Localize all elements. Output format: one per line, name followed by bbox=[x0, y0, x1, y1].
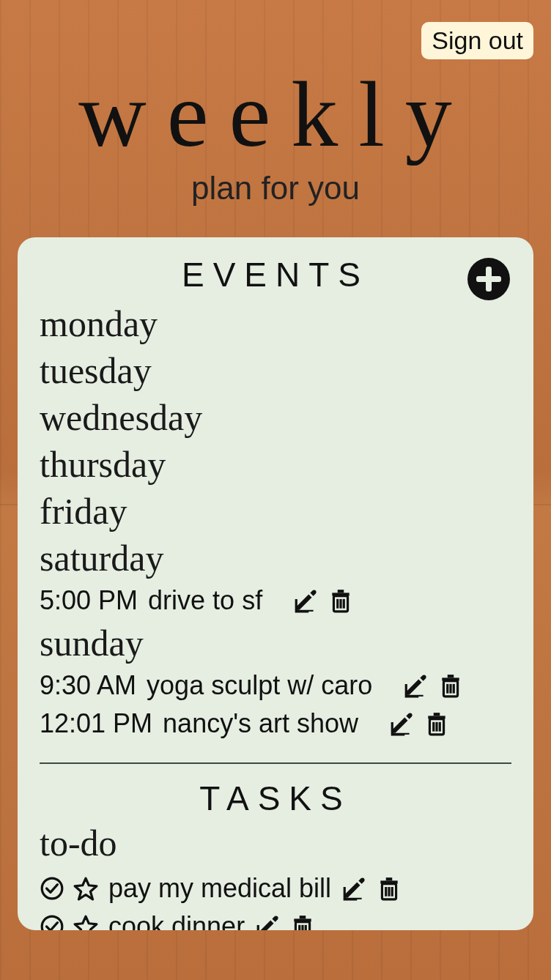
complete-task-button[interactable] bbox=[40, 876, 64, 901]
app-header: weekly plan for you bbox=[0, 67, 551, 207]
check-circle-icon bbox=[40, 914, 64, 930]
add-event-button[interactable] bbox=[467, 258, 510, 300]
edit-icon bbox=[403, 673, 428, 698]
event-time: 12:01 PM bbox=[40, 705, 152, 743]
event-row: 9:30 AM yoga sculpt w/ caro bbox=[40, 667, 511, 705]
edit-icon bbox=[341, 876, 366, 901]
content-card: EVENTS monday tuesday wednesday thursday… bbox=[18, 237, 533, 930]
event-time: 5:00 PM bbox=[40, 582, 138, 620]
task-text: pay my medical bill bbox=[108, 869, 331, 907]
day-tuesday: tuesday bbox=[40, 347, 511, 394]
delete-task-button[interactable] bbox=[290, 914, 315, 930]
check-circle-icon bbox=[40, 876, 64, 901]
delete-event-button[interactable] bbox=[424, 711, 449, 736]
edit-event-button[interactable] bbox=[389, 711, 414, 736]
day-wednesday: wednesday bbox=[40, 394, 511, 441]
trash-icon bbox=[438, 673, 463, 698]
edit-task-button[interactable] bbox=[341, 876, 366, 901]
event-row: 12:01 PM nancy's art show bbox=[40, 705, 511, 743]
day-monday: monday bbox=[40, 300, 511, 347]
complete-task-button[interactable] bbox=[40, 914, 64, 930]
edit-icon bbox=[255, 914, 280, 930]
day-friday: friday bbox=[40, 488, 511, 535]
plus-icon bbox=[467, 258, 510, 300]
day-saturday: saturday bbox=[40, 535, 511, 582]
tasks-subhead: to-do bbox=[40, 821, 511, 865]
event-row: 5:00 PM drive to sf bbox=[40, 582, 511, 620]
star-task-button[interactable] bbox=[73, 914, 98, 930]
tasks-title: TASKS bbox=[199, 779, 351, 817]
app-subtitle: plan for you bbox=[0, 170, 551, 207]
day-sunday: sunday bbox=[40, 620, 511, 667]
event-text: yoga sculpt w/ caro bbox=[147, 667, 372, 705]
events-header: EVENTS bbox=[40, 255, 511, 294]
sign-out-button[interactable]: Sign out bbox=[421, 22, 533, 59]
delete-event-button[interactable] bbox=[438, 673, 463, 698]
edit-icon bbox=[389, 711, 414, 736]
trash-icon bbox=[328, 588, 353, 613]
event-text: drive to sf bbox=[148, 582, 262, 620]
task-row: pay my medical bill bbox=[40, 869, 511, 907]
event-text: nancy's art show bbox=[163, 705, 358, 743]
delete-event-button[interactable] bbox=[328, 588, 353, 613]
star-icon bbox=[73, 914, 98, 930]
app-title: weekly bbox=[0, 67, 551, 161]
edit-task-button[interactable] bbox=[255, 914, 280, 930]
section-divider bbox=[40, 762, 511, 764]
event-time: 9:30 AM bbox=[40, 667, 136, 705]
tasks-header: TASKS bbox=[40, 779, 511, 818]
trash-icon bbox=[290, 914, 315, 930]
edit-event-button[interactable] bbox=[293, 588, 318, 613]
delete-task-button[interactable] bbox=[377, 876, 402, 901]
trash-icon bbox=[424, 711, 449, 736]
task-text: cook dinner bbox=[108, 907, 245, 930]
edit-event-button[interactable] bbox=[403, 673, 428, 698]
trash-icon bbox=[377, 876, 402, 901]
edit-icon bbox=[293, 588, 318, 613]
day-thursday: thursday bbox=[40, 441, 511, 488]
star-icon bbox=[73, 876, 98, 901]
events-title: EVENTS bbox=[182, 256, 369, 294]
task-row: cook dinner bbox=[40, 907, 511, 930]
star-task-button[interactable] bbox=[73, 876, 98, 901]
